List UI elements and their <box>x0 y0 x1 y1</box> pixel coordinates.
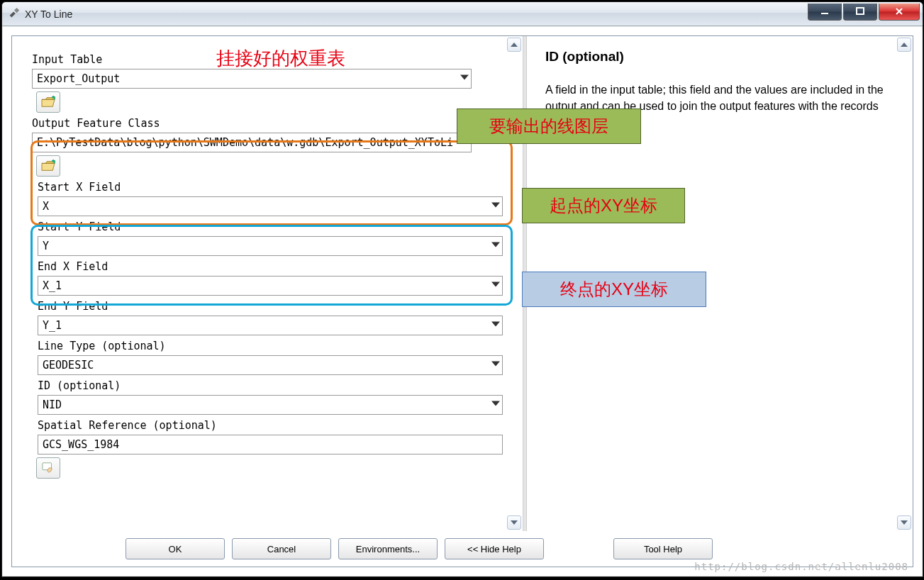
svg-rect-0 <box>821 13 828 14</box>
window-title: XY To Line <box>25 9 808 20</box>
minimize-button[interactable] <box>808 4 842 21</box>
start-y-label: Start Y Field <box>38 221 503 233</box>
svg-rect-1 <box>857 8 864 14</box>
id-label: ID (optional) <box>38 379 503 392</box>
end-y-row: End Y Field <box>32 300 503 335</box>
input-table-row: Input Table <box>32 53 503 113</box>
output-fc-wrap <box>32 130 472 152</box>
cancel-button[interactable]: Cancel <box>232 538 331 559</box>
left-button-group: OK Cancel Environments... << Hide Help <box>126 538 544 559</box>
start-x-label: Start X Field <box>38 181 503 194</box>
line-type-row: Line Type (optional) <box>32 340 503 375</box>
hide-help-button[interactable]: << Hide Help <box>445 538 544 559</box>
end-y-combo[interactable] <box>38 313 503 335</box>
help-scroll-up-button[interactable] <box>897 38 911 52</box>
id-combo[interactable] <box>38 392 503 415</box>
hammer-icon <box>8 8 21 21</box>
end-x-input[interactable] <box>38 276 503 296</box>
dialog-frame: Input Table Output Feature Class <box>11 35 913 567</box>
app-window: XY To Line Input Table <box>1 1 923 577</box>
hand-properties-icon <box>40 462 56 474</box>
left-panel: Input Table Output Feature Class <box>12 36 523 531</box>
start-x-row: Start X Field <box>32 181 503 216</box>
id-row: ID (optional) <box>32 379 503 415</box>
folder-open-icon <box>40 160 56 172</box>
sr-wrap <box>38 432 503 454</box>
output-fc-label: Output Feature Class <box>32 117 503 130</box>
start-x-input[interactable] <box>38 196 503 216</box>
start-y-row: Start Y Field <box>32 221 503 256</box>
titlebar[interactable]: XY To Line <box>2 2 923 26</box>
start-y-input[interactable] <box>38 236 503 256</box>
id-input[interactable] <box>38 395 503 415</box>
sr-row: Spatial Reference (optional) <box>32 419 503 479</box>
close-button[interactable] <box>879 4 920 21</box>
sr-browse-button[interactable] <box>36 457 60 479</box>
start-y-combo[interactable] <box>38 233 503 256</box>
help-scroll-down-button[interactable] <box>897 515 911 530</box>
window-buttons <box>808 4 920 21</box>
right-button-group: Tool Help <box>613 538 713 559</box>
folder-open-icon <box>40 96 56 108</box>
end-x-combo[interactable] <box>38 273 503 296</box>
scroll-down-button[interactable] <box>507 515 521 530</box>
help-body: A field in the input table; this field a… <box>545 82 886 131</box>
help-panel: ID (optional) A field in the input table… <box>527 36 913 531</box>
line-type-combo[interactable] <box>38 352 503 375</box>
client-area: Input Table Output Feature Class <box>3 27 922 576</box>
ok-button[interactable]: OK <box>126 538 225 559</box>
watermark: http://blog.csdn.net/allenlu2008 <box>694 561 908 572</box>
output-fc-input[interactable] <box>32 133 472 152</box>
input-table-label: Input Table <box>32 53 503 66</box>
input-table-input[interactable] <box>32 69 472 89</box>
end-x-row: End X Field <box>32 260 503 296</box>
end-y-label: End Y Field <box>38 300 503 313</box>
sr-input[interactable] <box>38 435 503 454</box>
line-type-label: Line Type (optional) <box>38 340 503 352</box>
input-table-browse-button[interactable] <box>36 91 60 113</box>
start-x-combo[interactable] <box>38 194 503 216</box>
help-title: ID (optional) <box>545 49 896 65</box>
sr-label: Spatial Reference (optional) <box>38 419 503 432</box>
environments-button[interactable]: Environments... <box>338 538 438 559</box>
output-fc-row: Output Feature Class <box>32 117 503 177</box>
maximize-button[interactable] <box>843 4 877 21</box>
input-table-combo[interactable] <box>32 66 472 89</box>
tool-help-button[interactable]: Tool Help <box>613 538 713 559</box>
end-x-label: End X Field <box>38 260 503 273</box>
output-fc-browse-button[interactable] <box>36 155 60 177</box>
line-type-input[interactable] <box>38 355 503 375</box>
scroll-up-button[interactable] <box>507 38 521 52</box>
end-y-input[interactable] <box>38 316 503 335</box>
